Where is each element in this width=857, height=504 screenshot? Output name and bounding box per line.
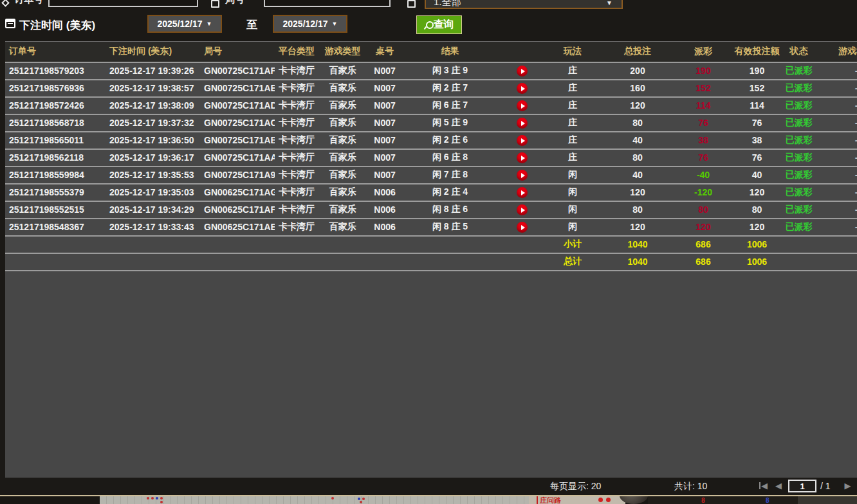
cell-valid_bet: 76 xyxy=(733,149,781,166)
cell-table_no: N007 xyxy=(369,62,400,80)
cell-status: 已派彩 xyxy=(781,97,816,114)
cell-valid_bet: 38 xyxy=(733,132,781,149)
cell-payout: 76 xyxy=(674,114,733,132)
subtotal-cell-total_bet: 1040 xyxy=(602,236,674,253)
play-icon xyxy=(521,104,525,109)
total-cell-total_bet: 1040 xyxy=(602,253,674,271)
col-header-round_no: 局号 xyxy=(200,42,275,62)
baccarat-roadmap-sliver xyxy=(100,496,529,504)
cell-table_no: N007 xyxy=(369,149,400,166)
cell-total_bet: 80 xyxy=(602,149,674,166)
replay-button[interactable] xyxy=(517,170,528,181)
cell-order_no: 251217198579203 xyxy=(5,62,106,80)
round-no-input[interactable] xyxy=(264,0,391,7)
cell-play: 庄 xyxy=(544,149,602,166)
bet-time-label: 下注时间 (美东) xyxy=(19,18,95,33)
cell-table_no: N006 xyxy=(369,201,400,219)
cell-platform: 卡卡湾厅 xyxy=(275,149,316,166)
cell-status: 已派彩 xyxy=(781,62,816,80)
cell-total_bet: 120 xyxy=(602,184,674,201)
cell-bet_time: 2025-12-17 19:33:43 xyxy=(106,219,200,236)
replay-button[interactable] xyxy=(517,204,528,215)
table-row[interactable]: 2512171985525152025-12-17 19:34:29GN0062… xyxy=(5,201,857,219)
chevron-down-icon: ▼ xyxy=(332,21,338,27)
table-row[interactable]: 2512171985599842025-12-17 19:35:53GN0072… xyxy=(5,166,857,184)
table-row[interactable]: 2512171985483672025-12-17 19:33:43GN0062… xyxy=(5,219,857,236)
cell-round_no: GN00725C171AB xyxy=(200,132,275,149)
total-cell-valid_bet: 1006 xyxy=(733,253,781,271)
table-row[interactable]: 2512171985621182025-12-17 19:36:17GN0072… xyxy=(5,149,857,166)
prev-page-button[interactable]: ◀ xyxy=(775,480,782,492)
platform-type-selected-value: 1.全部 xyxy=(434,0,461,7)
cell-bet_time: 2025-12-17 19:36:17 xyxy=(106,149,200,166)
cell-order_no: 251217198572426 xyxy=(5,97,106,114)
col-header-table_no: 桌号 xyxy=(369,42,400,62)
cell-bet_time: 2025-12-17 19:38:57 xyxy=(106,80,200,97)
table-row[interactable]: 2512171985553792025-12-17 19:35:03GN0062… xyxy=(5,184,857,201)
table-row[interactable]: 2512171985687182025-12-17 19:37:32GN0072… xyxy=(5,114,857,132)
first-page-button[interactable]: ◀ xyxy=(759,480,768,492)
cell-round_no: GN00625C171AG xyxy=(200,184,275,201)
banker-road-label: 庄问路 xyxy=(537,496,561,504)
cell-bet_time: 2025-12-17 19:35:53 xyxy=(106,166,200,184)
cell-platform: 卡卡湾厅 xyxy=(275,201,316,219)
cell-platform: 卡卡湾厅 xyxy=(275,62,316,80)
date-to-value: 2025/12/17 xyxy=(283,19,328,29)
cell-round_no: GN00725C171AA xyxy=(200,149,275,166)
cell-replay xyxy=(500,149,544,166)
next-page-button[interactable]: ▶ xyxy=(845,480,851,492)
cell-replay xyxy=(500,201,544,219)
col-header-platform: 平台类型 xyxy=(275,42,316,62)
table-row[interactable]: 2512171985650112025-12-17 19:36:50GN0072… xyxy=(5,132,857,149)
replay-button[interactable] xyxy=(517,222,528,233)
table-row[interactable]: 2512171985724262025-12-17 19:38:09GN0072… xyxy=(5,97,857,114)
subtotal-cell-valid_bet: 1006 xyxy=(733,236,781,253)
play-icon xyxy=(521,208,525,213)
roadmap-dot xyxy=(160,501,163,503)
replay-button[interactable] xyxy=(517,135,528,146)
replay-button[interactable] xyxy=(517,83,528,94)
subtotal-cell-table_no xyxy=(369,236,400,253)
search-icon xyxy=(425,21,432,29)
cell-valid_bet: 190 xyxy=(733,62,781,80)
date-from-picker[interactable]: 2025/12/17 ▼ xyxy=(147,15,222,33)
replay-button[interactable] xyxy=(517,66,528,76)
date-to-picker[interactable]: 2025/12/17 ▼ xyxy=(273,15,347,33)
table-row[interactable]: 2512171985769362025-12-17 19:38:57GN0072… xyxy=(5,80,857,97)
cell-order_no: 251217198576936 xyxy=(5,80,106,97)
cell-play: 庄 xyxy=(544,62,602,80)
col-header-result: 结果 xyxy=(400,42,500,62)
cell-result: 闲 2 庄 7 xyxy=(400,80,500,97)
background-window-strip: 庄问路 8 8 xyxy=(0,496,857,504)
platform-type-select[interactable]: 1.全部 ▼ xyxy=(425,0,623,9)
cell-result: 闲 7 庄 8 xyxy=(400,166,500,184)
replay-button[interactable] xyxy=(517,100,528,111)
cell-result: 闲 5 庄 9 xyxy=(400,114,500,132)
calendar-icon xyxy=(5,19,15,28)
replay-button[interactable] xyxy=(517,152,528,163)
cell-result: 闲 2 庄 4 xyxy=(400,184,500,201)
replay-button[interactable] xyxy=(517,118,528,129)
replay-button[interactable] xyxy=(517,187,528,198)
order-no-input[interactable] xyxy=(48,0,198,7)
subtotal-cell-result xyxy=(400,236,500,253)
table-row[interactable]: 2512171985792032025-12-17 19:39:26GN0072… xyxy=(5,62,857,80)
col-header-status: 状态 xyxy=(781,42,816,62)
clipboard-icon xyxy=(407,0,416,8)
cell-result: 闲 8 庄 5 xyxy=(400,219,500,236)
total-count-label: 共计: 10 xyxy=(674,481,707,492)
cell-round_no: GN00625C171AE xyxy=(200,219,275,236)
page-number-input[interactable] xyxy=(788,480,816,492)
cell-replay xyxy=(500,166,544,184)
cell-payout: -40 xyxy=(674,166,733,184)
road-label-panel: 庄问路 xyxy=(529,496,625,504)
cell-replay xyxy=(500,132,544,149)
cell-status: 已派彩 xyxy=(781,219,816,236)
cell-table_no: N007 xyxy=(369,97,400,114)
search-button[interactable]: 查询 xyxy=(416,15,462,34)
cell-play: 闲 xyxy=(544,201,602,219)
cell-play: 庄 xyxy=(544,114,602,132)
roadmap-dot xyxy=(160,497,163,500)
field2-label: 局号 xyxy=(225,0,244,4)
roadmap-dot xyxy=(362,498,365,500)
